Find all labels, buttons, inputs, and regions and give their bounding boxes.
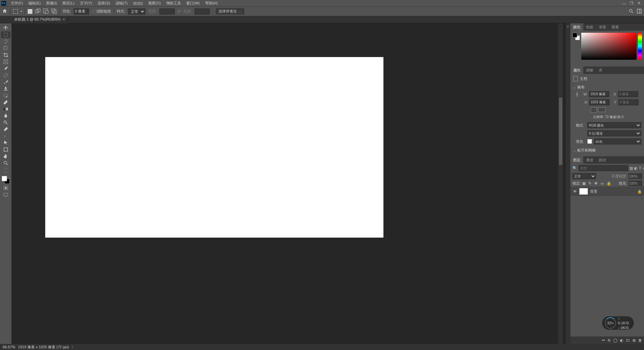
tab-paths[interactable]: 路径 xyxy=(596,156,609,164)
tab-swatches[interactable]: 色板 xyxy=(583,23,596,31)
menu-layer[interactable]: 图层(L) xyxy=(60,1,77,6)
adjustment-layer-icon[interactable]: ◐ xyxy=(620,338,623,343)
quickmask-icon[interactable] xyxy=(1,185,10,191)
screenmode-icon[interactable] xyxy=(1,191,10,198)
zoom-level[interactable]: 66.67% xyxy=(3,345,15,349)
filter-adjust-icon[interactable]: ◐ xyxy=(634,166,638,170)
menu-file[interactable]: 文件(F) xyxy=(8,1,26,6)
tab-channels[interactable]: 通道 xyxy=(583,156,596,164)
canvas-section-toggle[interactable]: 画布 xyxy=(573,83,641,91)
height-field[interactable] xyxy=(589,99,610,105)
style-select[interactable]: 正常 xyxy=(128,8,145,15)
select-and-mask-button[interactable]: 选择并遮住 … xyxy=(216,8,244,15)
menu-edit[interactable]: 编辑(E) xyxy=(26,1,44,6)
new-layer-icon[interactable]: ⊞ xyxy=(633,338,636,343)
group-icon[interactable]: 🗀 xyxy=(626,338,630,342)
heal-tool-icon[interactable] xyxy=(1,72,10,79)
filter-search-icon[interactable]: 🔍 xyxy=(572,166,577,170)
home-icon[interactable] xyxy=(2,8,7,15)
filter-pixel-icon[interactable]: ▧ xyxy=(629,166,633,170)
orientation-landscape-icon[interactable] xyxy=(598,107,606,112)
rulers-section-toggle[interactable]: 标尺和网格 xyxy=(573,146,641,154)
feather-input[interactable] xyxy=(74,8,89,15)
visibility-icon[interactable]: 👁 xyxy=(572,189,577,193)
canvas[interactable] xyxy=(45,57,383,238)
window-close-icon[interactable]: ✕ xyxy=(635,0,643,6)
tab-properties[interactable]: 属性 xyxy=(570,66,583,74)
dodge-tool-icon[interactable] xyxy=(1,119,10,126)
lock-position-icon[interactable]: ✎ xyxy=(588,181,593,186)
menu-window[interactable]: 窗口(W) xyxy=(184,1,203,6)
menu-help[interactable]: 帮助(H) xyxy=(203,1,220,6)
layer-fx-icon[interactable]: fx xyxy=(608,338,611,342)
lasso-tool-icon[interactable] xyxy=(1,38,10,45)
bit-depth-select[interactable]: 8 位/通道 xyxy=(587,130,641,136)
doc-dimensions[interactable]: 1919 像素 x 1025 像素 (72 ppi) xyxy=(18,345,69,350)
tab-library[interactable]: 库 xyxy=(596,66,605,74)
fill-select[interactable]: 白色 xyxy=(594,138,641,144)
window-maximize-icon[interactable]: ❐ xyxy=(628,0,635,6)
fill-swatch-icon[interactable] xyxy=(587,139,592,144)
wand-tool-icon[interactable] xyxy=(1,45,10,52)
history-brush-tool-icon[interactable] xyxy=(1,92,10,99)
edit-toolbar-icon[interactable]: ⋯ xyxy=(1,170,10,174)
color-fg-bg-swatches[interactable] xyxy=(572,33,580,40)
link-dim-icon[interactable]: 𝄞 xyxy=(576,92,578,97)
marquee-tool-icon[interactable] xyxy=(13,9,18,14)
canvas-area[interactable] xyxy=(11,23,565,344)
marquee-tool-icon[interactable] xyxy=(1,31,10,38)
brush-tool-icon[interactable] xyxy=(1,79,10,85)
layer-thumbnail[interactable] xyxy=(579,188,588,195)
color-swatches[interactable] xyxy=(1,175,10,185)
menu-select[interactable]: 选择(S) xyxy=(95,1,113,6)
selection-add-icon[interactable] xyxy=(35,8,41,15)
path-select-tool-icon[interactable] xyxy=(1,139,10,146)
fill-opacity-input[interactable] xyxy=(628,181,642,186)
delete-layer-icon[interactable]: 🗑 xyxy=(638,338,642,342)
filter-shape-icon[interactable]: ▭ xyxy=(643,166,644,170)
type-tool-icon[interactable]: T xyxy=(1,133,10,139)
link-layers-icon[interactable]: ⚯ xyxy=(602,338,605,343)
tab-gradient[interactable]: 渐变 xyxy=(596,23,609,31)
more-tools-icon[interactable]: ⋯ xyxy=(1,166,10,170)
pen-tool-icon[interactable] xyxy=(1,126,10,133)
width-field[interactable] xyxy=(589,91,609,97)
opacity-input[interactable] xyxy=(628,173,642,179)
document-tab[interactable]: 未标题-1 @ 66.7%(RGB/8#) × xyxy=(11,16,68,23)
layer-filter-input[interactable] xyxy=(579,165,628,171)
filter-type-icon[interactable]: T xyxy=(639,166,641,170)
blend-mode-select[interactable]: 正常 xyxy=(572,173,596,179)
color-picker[interactable] xyxy=(581,33,637,60)
expand-dock-icon[interactable]: « xyxy=(565,23,570,28)
collapsed-dock[interactable]: « xyxy=(565,23,570,344)
gradient-tool-icon[interactable] xyxy=(1,106,10,112)
selection-intersect-icon[interactable] xyxy=(51,8,57,15)
move-tool-icon[interactable] xyxy=(1,25,10,31)
menu-image[interactable]: 图像(I) xyxy=(44,1,60,6)
color-mode-select[interactable]: RGB 颜色 xyxy=(587,122,641,128)
crop-tool-icon[interactable] xyxy=(1,52,10,58)
marquee-flyout-icon[interactable]: ▾ xyxy=(21,10,22,13)
hand-tool-icon[interactable] xyxy=(1,153,10,160)
close-tab-icon[interactable]: × xyxy=(63,17,65,22)
menu-3d[interactable]: 3D(D) xyxy=(130,1,145,5)
tab-color[interactable]: 颜色 xyxy=(570,23,583,31)
tab-adjustments[interactable]: 调整 xyxy=(583,66,596,74)
menu-type[interactable]: 文字(Y) xyxy=(77,1,95,6)
menu-filter[interactable]: 滤镜(T) xyxy=(113,1,130,6)
orientation-portrait-icon[interactable] xyxy=(591,107,597,113)
layer-lock-icon[interactable]: 🔒 xyxy=(637,189,642,194)
window-minimize-icon[interactable]: — xyxy=(620,0,628,6)
lock-move-icon[interactable]: ✥ xyxy=(594,181,599,186)
frame-tool-icon[interactable] xyxy=(1,58,10,65)
blur-tool-icon[interactable] xyxy=(1,112,10,119)
layer-row[interactable]: 👁 背景 🔒 xyxy=(570,187,644,196)
eraser-tool-icon[interactable] xyxy=(1,99,10,106)
menu-view[interactable]: 视图(V) xyxy=(145,1,163,6)
selection-subtract-icon[interactable] xyxy=(43,8,49,15)
layer-mask-icon[interactable]: ◯ xyxy=(613,338,617,343)
tab-pattern[interactable]: 图案 xyxy=(609,23,622,31)
hue-slider[interactable] xyxy=(638,33,642,60)
stamp-tool-icon[interactable] xyxy=(1,85,10,92)
tab-layers[interactable]: 图层 xyxy=(570,156,583,164)
